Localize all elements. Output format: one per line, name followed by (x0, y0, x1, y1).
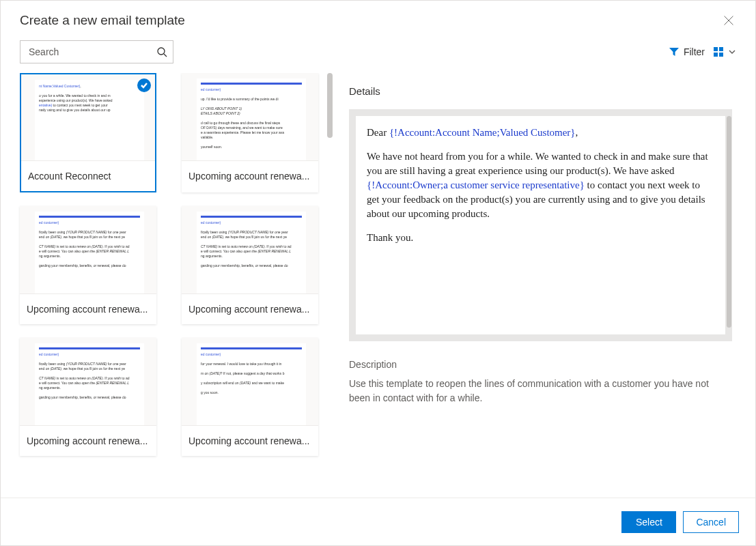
template-card-label: Upcoming account renewa... (182, 425, 318, 456)
gallery-grid: nt Name;Valued Customer}, o you for a wh… (20, 73, 328, 476)
description-heading: Description (349, 359, 732, 370)
template-card-label: Account Reconnect (21, 160, 155, 191)
toolbar: Filter (1, 40, 755, 73)
template-card-label: Upcoming account renewa... (20, 425, 156, 456)
close-icon[interactable] (721, 13, 736, 28)
template-card[interactable]: ed customer} fically been using (YOUR PR… (20, 338, 156, 456)
preview-text: Dear (367, 127, 389, 138)
template-gallery: nt Name;Valued Customer}, o you for a wh… (1, 73, 335, 497)
details-pane: Details Dear {!Account:Account Name;Valu… (335, 73, 755, 497)
svg-rect-6 (714, 53, 718, 57)
search-input[interactable] (29, 46, 156, 57)
template-card[interactable]: ed customer} up. I'd like to provide a s… (182, 73, 318, 192)
preview-text: , (576, 127, 578, 138)
filter-icon (669, 46, 680, 57)
main-content: nt Name;Valued Customer}, o you for a wh… (1, 73, 755, 497)
view-toggle[interactable] (713, 46, 736, 57)
template-thumbnail: nt Name;Valued Customer}, o you for a wh… (21, 74, 155, 160)
template-thumbnail: ed customer} up. I'd like to provide a s… (182, 73, 318, 160)
template-thumbnail: ed customer} fically been using (YOUR PR… (20, 338, 156, 425)
template-card[interactable]: nt Name;Valued Customer}, o you for a wh… (20, 73, 156, 192)
dialog-footer: Select Cancel (1, 498, 755, 545)
svg-rect-4 (714, 47, 718, 51)
dialog-header: Create a new email template (1, 1, 755, 40)
preview-body: We have not heard from you for a while. … (367, 149, 714, 221)
svg-line-3 (164, 54, 167, 57)
template-thumbnail: ed customer} for your renewal. I would l… (182, 338, 318, 425)
merge-field: {!Account:Account Name;Valued Customer} (389, 127, 576, 138)
search-icon (156, 46, 167, 57)
preview-greeting: Dear {!Account:Account Name;Valued Custo… (367, 126, 714, 140)
gallery-scrollbar[interactable] (327, 73, 333, 138)
template-thumbnail: ed customer} fically been using (YOUR PR… (20, 206, 156, 293)
template-card[interactable]: ed customer} for your renewal. I would l… (182, 338, 318, 456)
template-thumbnail: ed customer} fically been using (YOUR PR… (182, 206, 318, 293)
chevron-down-icon (728, 48, 736, 56)
right-tools: Filter (669, 46, 736, 57)
template-card[interactable]: ed customer} fically been using (YOUR PR… (20, 206, 156, 324)
svg-rect-7 (719, 53, 723, 57)
description-text: Use this template to reopen the lines of… (349, 377, 732, 405)
template-card-label: Upcoming account renewa... (182, 160, 318, 191)
select-button[interactable]: Select (621, 511, 676, 533)
template-preview: Dear {!Account:Account Name;Valued Custo… (349, 109, 732, 341)
preview-text: We have not heard from you for a while. … (367, 151, 708, 176)
svg-point-2 (158, 48, 165, 55)
template-card[interactable]: ed customer} fically been using (YOUR PR… (182, 206, 318, 324)
filter-label: Filter (684, 46, 705, 57)
grid-icon (713, 46, 724, 57)
cancel-button[interactable]: Cancel (683, 511, 739, 533)
preview-thanks: Thank you. (367, 231, 714, 245)
template-card-label: Upcoming account renewa... (182, 293, 318, 324)
merge-field: {!Account:Owner;a customer service repre… (367, 179, 585, 190)
search-box[interactable] (20, 40, 173, 63)
details-heading: Details (349, 85, 732, 97)
preview-content: Dear {!Account:Account Name;Valued Custo… (356, 116, 725, 334)
svg-rect-5 (719, 47, 723, 51)
template-card-label: Upcoming account renewa... (20, 293, 156, 324)
filter-button[interactable]: Filter (669, 46, 705, 57)
preview-scrollbar[interactable] (727, 116, 731, 328)
dialog-title: Create a new email template (20, 13, 185, 28)
selected-check-icon (137, 78, 151, 92)
